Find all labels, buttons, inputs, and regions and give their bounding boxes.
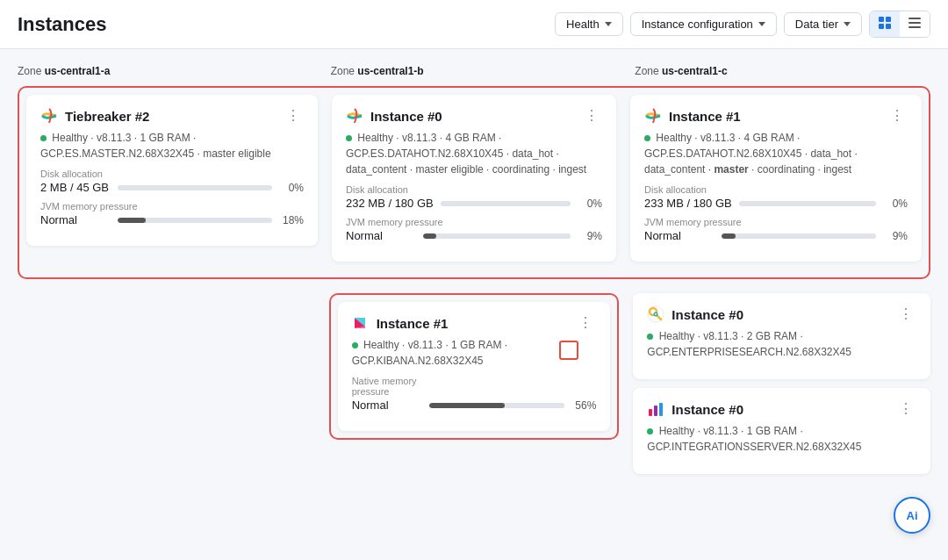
top-bar-controls: Health Instance configuration Data tier [555,11,930,38]
menu-dots-button[interactable]: ⋮ [895,400,916,418]
card-metrics: Disk allocation 233 MB / 180 GB 0% JVM m… [644,184,908,242]
metric-value: Normal [644,229,715,242]
svg-rect-20 [654,406,657,416]
card-instance-1-c: Instance #1 ⋮ Healthy · v8.11.3 · 4 GB R… [630,95,922,262]
card-header: Instance #0 ⋮ [647,305,916,323]
instance-config-filter[interactable]: Instance configuration [630,12,777,36]
metric-label: Disk allocation [40,169,304,179]
list-view-button[interactable] [900,11,930,37]
metric-label: Native memorypressure [352,376,597,397]
kibana-icon [352,314,370,332]
metric-label: Disk allocation [644,184,908,195]
disk-allocation-metric: Disk allocation 2 MB / 45 GB 0% [40,169,304,194]
menu-dots-button[interactable]: ⋮ [575,314,596,332]
card-integrations-0: Instance #0 ⋮ Healthy · v8.11.3 · 1 GB R… [633,388,930,474]
metric-pct: 9% [883,230,908,242]
status-dot [346,135,352,141]
progress-bar [118,218,272,223]
enterprise-search-icon [647,305,664,323]
chevron-down-icon [758,22,765,26]
instance-title: Instance #0 [370,109,442,124]
zone-label-c: Zone us-central1-c [626,65,930,86]
metric-label: JVM memory pressure [40,201,304,212]
native-memory-metric: Native memorypressure Normal 56% [352,376,597,412]
page-title: Instances [18,13,107,36]
card-tiebreaker-2: Tiebreaker #2 ⋮ Healthy · v8.11.3 · 1 GB… [26,95,318,246]
zone-label-b: Zone us-central1-b [322,65,627,86]
instance-title: Instance #1 [669,109,741,124]
metric-value: Normal [352,398,422,412]
status-dot [647,428,653,434]
zone-a-col-2 [18,293,322,483]
card-title: Tiebreaker #2 [40,107,149,125]
instance-title: Instance #0 [672,307,743,322]
metric-value: 233 MB / 180 GB [644,197,732,210]
card-title: Instance #0 [346,107,442,125]
progress-fill [423,233,436,239]
menu-dots-button[interactable]: ⋮ [283,107,304,125]
svg-rect-21 [659,403,663,416]
card-metrics: Native memorypressure Normal 56% [352,376,597,412]
zone-c-col-2: Instance #0 ⋮ Healthy · v8.11.3 · 2 GB R… [626,293,930,483]
card-metrics: Disk allocation 2 MB / 45 GB 0% JVM memo… [40,169,304,226]
metric-label: Disk allocation [346,184,602,195]
status-dot [352,342,358,348]
card-title: Instance #1 [352,314,449,332]
elastic-icon [40,107,58,125]
metric-value: 232 MB / 180 GB [346,197,434,210]
status-dot [40,135,47,141]
health-filter[interactable]: Health [555,12,623,36]
card-header: Instance #1 ⋮ [644,107,908,125]
view-toggle [869,11,930,38]
instance-title: Tiebreaker #2 [65,109,149,124]
metric-value: Normal [346,229,416,242]
card-title: Instance #0 [647,400,743,418]
metric-pct: 0% [279,182,304,194]
main-content: Zone us-central1-a Zone us-central1-b Zo… [0,49,948,499]
jvm-memory-metric: JVM memory pressure Normal 18% [40,201,304,226]
jvm-memory-metric: JVM memory pressure Normal 9% [644,217,908,242]
svg-point-18 [655,313,657,315]
metric-label: JVM memory pressure [346,217,602,227]
metric-pct: 0% [578,197,602,210]
menu-dots-button[interactable]: ⋮ [895,305,916,323]
menu-dots-button[interactable]: ⋮ [887,107,908,125]
integrations-icon [647,400,664,418]
grid-view-button[interactable] [870,11,900,37]
progress-bar [118,185,272,190]
zone-labels-row: Zone us-central1-a Zone us-central1-b Zo… [18,65,930,86]
metric-pct: 56% [571,399,596,412]
svg-rect-0 [879,17,884,22]
elastic-icon [644,107,662,125]
data-tier-filter[interactable]: Data tier [784,12,862,36]
card-header: Tiebreaker #2 ⋮ [40,107,304,125]
kibana-group: Instance #1 ⋮ Healthy · v8.11.3 · 1 GB R… [329,293,620,440]
card-status: Healthy · v8.11.3 · 1 GB RAM · GCP.ES.MA… [40,130,304,162]
progress-bar [722,233,876,239]
card-status: Healthy · v8.11.3 · 1 GB RAM · GCP.INTEG… [647,423,916,455]
metric-value: Normal [40,213,111,226]
svg-rect-6 [908,26,921,28]
card-title: Instance #0 [647,305,743,323]
progress-fill [722,233,736,239]
metric-pct: 0% [883,197,908,210]
top-bar: Instances Health Instance configuration … [0,0,948,49]
progress-fill [118,218,146,223]
svg-rect-2 [879,24,884,29]
zone-name-a: us-central1-a [45,65,111,77]
svg-rect-4 [908,18,921,19]
jvm-memory-metric: JVM memory pressure Normal 9% [346,217,602,242]
card-enterprise-search-0: Instance #0 ⋮ Healthy · v8.11.3 · 2 GB R… [633,293,930,379]
menu-dots-button[interactable]: ⋮ [581,107,602,125]
instance-title: Instance #0 [672,402,743,417]
status-dot [644,135,650,141]
card-header: Instance #1 ⋮ [352,314,597,332]
zone-b-col: Instance #0 ⋮ Healthy · v8.11.3 · 4 GB R… [325,95,623,270]
progress-bar [429,403,565,408]
progress-bar [423,233,571,239]
card-instance-0-b: Instance #0 ⋮ Healthy · v8.11.3 · 4 GB R… [332,95,616,262]
progress-fill [429,403,506,408]
svg-rect-1 [886,17,891,22]
elastic-icon [346,107,363,125]
chevron-down-icon [605,22,612,26]
